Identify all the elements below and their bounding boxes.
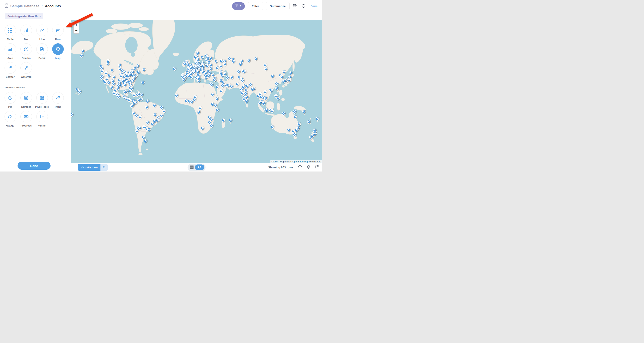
map-pin[interactable] (209, 63, 212, 67)
map-pin[interactable] (293, 133, 296, 136)
visualization-settings-button[interactable] (100, 164, 108, 171)
viz-type-line[interactable]: Line (34, 25, 50, 41)
map-pin[interactable] (183, 62, 186, 65)
active-filters-pill[interactable]: 1 (232, 2, 245, 10)
map-pin[interactable] (270, 89, 273, 92)
map-pin[interactable] (264, 63, 267, 67)
map-pin[interactable] (104, 71, 108, 75)
map-pin[interactable] (241, 79, 244, 82)
map-pin[interactable] (136, 93, 139, 96)
refresh-button[interactable] (301, 3, 306, 9)
map-pin[interactable] (142, 136, 145, 139)
map-pin[interactable] (209, 57, 212, 60)
viz-type-scatter[interactable]: Scatter (2, 62, 18, 78)
map-pin[interactable] (219, 64, 222, 68)
map-pin[interactable] (239, 62, 242, 66)
map-pin[interactable] (182, 78, 186, 81)
map-pin[interactable] (230, 76, 234, 79)
viz-type-table[interactable]: Table (2, 25, 18, 41)
map-pin[interactable] (153, 113, 156, 116)
map-pin[interactable] (110, 86, 114, 89)
map-pin[interactable] (309, 136, 312, 139)
filter-chip[interactable]: Seats is greater than 10 × (5, 13, 43, 20)
map-pin[interactable] (135, 129, 138, 133)
breadcrumb-database[interactable]: Sample Database (10, 4, 40, 8)
map-pin[interactable] (226, 84, 230, 87)
map-pin[interactable] (214, 104, 217, 107)
map-pin[interactable] (137, 70, 140, 74)
viz-type-trend[interactable]: Trend (50, 92, 66, 108)
done-button[interactable]: Done (18, 162, 50, 170)
world-map[interactable]: + − Leaflet | Map data © OpenStreetMap c… (71, 20, 322, 163)
viz-type-map[interactable]: Map (50, 43, 66, 60)
map-pin[interactable] (144, 139, 147, 143)
map-pin[interactable] (160, 114, 163, 117)
leaflet-link[interactable]: Leaflet (272, 160, 278, 163)
viz-type-waterfall[interactable]: Waterfall (18, 62, 34, 78)
map-pin[interactable] (302, 110, 306, 113)
table-view-button[interactable] (190, 166, 194, 169)
map-pin[interactable] (132, 93, 136, 97)
map-pin[interactable] (112, 82, 115, 85)
map-pin[interactable] (210, 118, 213, 121)
viz-type-number[interactable]: 12Number (18, 92, 34, 108)
map-pin[interactable] (295, 128, 298, 132)
map-pin[interactable] (228, 57, 231, 60)
map-pin[interactable] (236, 82, 239, 86)
map-pin[interactable] (138, 115, 142, 118)
map-pin[interactable] (282, 70, 286, 73)
map-pin[interactable] (106, 62, 110, 65)
map-pin[interactable] (100, 69, 104, 73)
map-pin[interactable] (249, 83, 252, 86)
map-pin[interactable] (282, 112, 285, 115)
summarize-button[interactable]: Summarize (266, 2, 290, 10)
map-pin[interactable] (230, 85, 233, 88)
map-pin[interactable] (196, 51, 199, 55)
map-pin[interactable] (160, 106, 163, 109)
map-pin[interactable] (246, 84, 249, 88)
map-pin[interactable] (146, 100, 149, 103)
map-pin[interactable] (81, 49, 84, 53)
map-pin[interactable] (282, 80, 285, 83)
map-pin[interactable] (316, 117, 319, 120)
viz-type-detail[interactable]: Detail (34, 43, 50, 60)
openstreetmap-link[interactable]: OpenStreetMap (292, 160, 308, 163)
map-pin[interactable] (198, 106, 202, 110)
map-pin[interactable] (104, 80, 107, 84)
map-pin[interactable] (190, 75, 193, 78)
viz-type-pivot-table[interactable]: Pivot Table (34, 92, 50, 108)
map-pin[interactable] (222, 118, 225, 122)
map-pin[interactable] (271, 125, 274, 128)
notebook-editor-button[interactable] (292, 3, 298, 9)
map-pin[interactable] (298, 123, 301, 126)
map-pin[interactable] (162, 109, 166, 113)
visualization-button[interactable]: Visualization (78, 164, 100, 171)
map-pin[interactable] (223, 62, 226, 66)
map-pin[interactable] (137, 98, 140, 101)
map-pin[interactable] (240, 91, 244, 95)
map-pin[interactable] (232, 60, 235, 63)
map-pin[interactable] (210, 124, 213, 127)
map-pin[interactable] (123, 83, 126, 87)
map-pin[interactable] (264, 90, 267, 94)
map-pin[interactable] (108, 74, 111, 77)
map-pin[interactable] (197, 110, 200, 114)
download-results-button[interactable] (298, 165, 302, 170)
map-pin[interactable] (229, 118, 232, 122)
map-pin[interactable] (214, 60, 218, 63)
map-pin[interactable] (226, 76, 229, 79)
map-pin[interactable] (128, 98, 131, 102)
map-pin[interactable] (118, 64, 122, 67)
map-pin[interactable] (211, 73, 214, 76)
map-pin[interactable] (130, 104, 134, 108)
map-pin[interactable] (210, 83, 213, 86)
map-pin[interactable] (271, 74, 274, 78)
map-pin[interactable] (216, 108, 219, 111)
map-pin[interactable] (289, 71, 292, 75)
map-pin[interactable] (220, 59, 223, 63)
map-pin[interactable] (209, 67, 212, 70)
map-pin[interactable] (265, 108, 268, 112)
map-pin[interactable] (237, 70, 240, 73)
map-pin[interactable] (147, 128, 150, 131)
map-pin[interactable] (251, 87, 254, 91)
